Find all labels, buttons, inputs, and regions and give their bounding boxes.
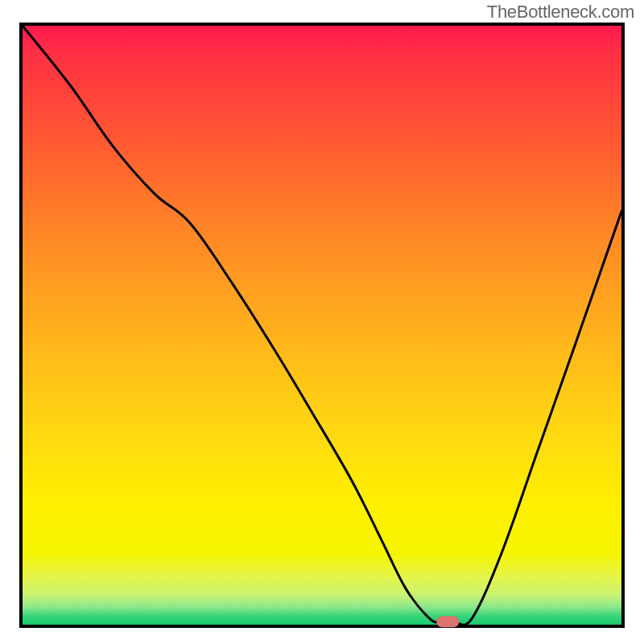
chart-frame — [19, 23, 625, 628]
optimal-marker — [436, 616, 459, 627]
chart-svg — [23, 26, 621, 625]
bottleneck-curve — [23, 26, 621, 625]
watermark-text: TheBottleneck.com — [487, 2, 634, 23]
